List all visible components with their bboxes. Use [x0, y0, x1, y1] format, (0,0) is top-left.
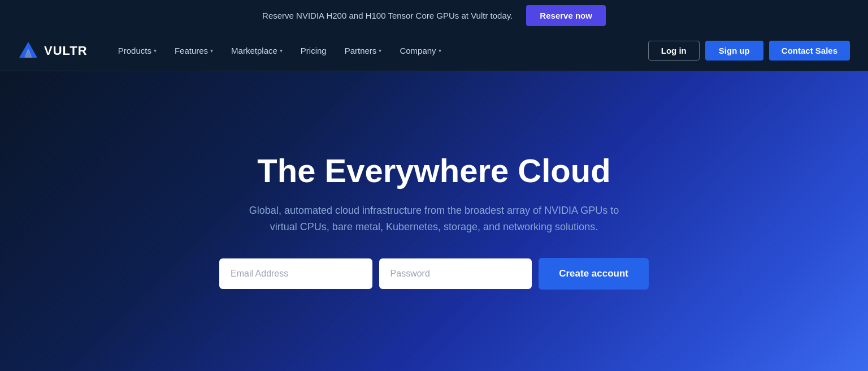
nav-links: Products ▾ Features ▾ Marketplace ▾ Pric… — [110, 41, 648, 60]
contact-sales-button[interactable]: Contact Sales — [769, 41, 850, 61]
nav-actions: Log in Sign up Contact Sales — [648, 41, 850, 61]
announcement-bar: Reserve NVIDIA H200 and H100 Tensor Core… — [0, 0, 868, 31]
nav-item-marketplace[interactable]: Marketplace ▾ — [223, 41, 290, 60]
company-label: Company — [400, 46, 436, 55]
company-chevron-icon: ▾ — [439, 48, 441, 54]
password-input[interactable] — [379, 258, 532, 289]
vultr-logo-icon — [18, 41, 38, 61]
logo-link[interactable]: VULTR — [18, 41, 88, 61]
marketplace-chevron-icon: ▾ — [280, 48, 283, 54]
nav-item-features[interactable]: Features ▾ — [167, 41, 221, 60]
nav-item-pricing[interactable]: Pricing — [293, 41, 335, 60]
hero-form: Create account — [219, 258, 649, 290]
navbar: VULTR Products ▾ Features ▾ Marketplace … — [0, 31, 868, 71]
partners-label: Partners — [345, 46, 377, 55]
nav-item-products[interactable]: Products ▾ — [110, 41, 164, 60]
nav-item-company[interactable]: Company ▾ — [392, 41, 449, 60]
email-input[interactable] — [219, 258, 372, 289]
logo-text: VULTR — [44, 44, 88, 58]
marketplace-label: Marketplace — [231, 46, 277, 55]
pricing-label: Pricing — [301, 46, 327, 55]
signup-button[interactable]: Sign up — [705, 41, 763, 61]
create-account-button[interactable]: Create account — [539, 258, 649, 290]
features-label: Features — [175, 46, 208, 55]
login-button[interactable]: Log in — [648, 41, 700, 61]
hero-title: The Everywhere Cloud — [257, 153, 610, 189]
partners-chevron-icon: ▾ — [379, 48, 381, 54]
nav-item-partners[interactable]: Partners ▾ — [337, 41, 390, 60]
features-chevron-icon: ▾ — [210, 48, 213, 54]
announcement-text: Reserve NVIDIA H200 and H100 Tensor Core… — [262, 11, 513, 20]
hero-section: The Everywhere Cloud Global, automated c… — [0, 71, 868, 371]
products-chevron-icon: ▾ — [154, 48, 157, 54]
products-label: Products — [118, 46, 151, 55]
reserve-now-button[interactable]: Reserve now — [526, 5, 606, 26]
hero-subtitle: Global, automated cloud infrastructure f… — [236, 202, 632, 235]
